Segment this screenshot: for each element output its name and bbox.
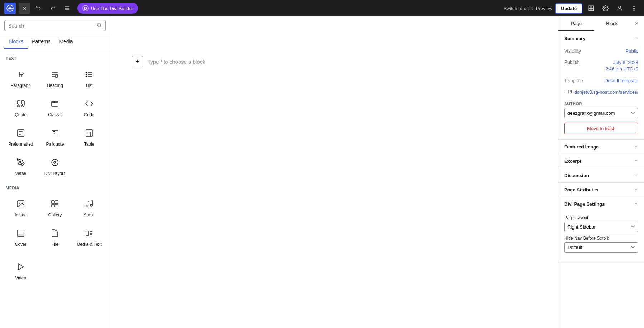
page-attributes-header[interactable]: Page Attributes [558, 183, 644, 197]
divi-settings-header[interactable]: Divi Page Settings [558, 197, 644, 211]
tab-media[interactable]: Media [55, 35, 77, 49]
view-button[interactable] [585, 3, 597, 14]
svg-rect-8 [591, 9, 594, 11]
block-heading[interactable]: Heading [39, 64, 72, 92]
paragraph-label: Paragraph [11, 83, 31, 88]
preformatted-icon [16, 129, 25, 139]
block-gallery[interactable]: Gallery [39, 194, 72, 221]
move-to-trash-button[interactable]: Move to trash [564, 123, 638, 134]
discussion-header[interactable]: Discussion [558, 168, 644, 182]
template-value[interactable]: Default template [604, 78, 638, 83]
block-pullquote[interactable]: Pullquote [39, 123, 72, 151]
pullquote-icon [50, 129, 59, 139]
block-verse[interactable]: Verse [4, 152, 37, 180]
audio-label: Audio [84, 212, 95, 217]
block-file[interactable]: File [39, 223, 72, 251]
summary-panel-header[interactable]: Summary [558, 31, 644, 45]
block-list[interactable]: List [73, 64, 106, 92]
tab-patterns[interactable]: Patterns [28, 35, 55, 49]
placeholder-text: Type / to choose a block [147, 59, 205, 65]
close-sidebar-icon [634, 21, 639, 27]
svg-point-11 [634, 6, 634, 7]
svg-rect-7 [589, 9, 591, 11]
svg-rect-46 [52, 204, 54, 207]
url-row: URL donjetv3.sg-host.com/services/ [564, 86, 638, 98]
classic-icon [50, 99, 59, 109]
quote-icon [16, 99, 25, 109]
tab-block[interactable]: Block [594, 16, 630, 31]
featured-image-title: Featured image [564, 144, 599, 150]
divi-builder-button[interactable]: D Use The Divi Builder [77, 3, 138, 14]
tab-page[interactable]: Page [558, 16, 594, 31]
tab-blocks[interactable]: Blocks [4, 35, 28, 49]
close-editor-button[interactable]: ✕ [19, 3, 30, 14]
visibility-row: Visibility Public [564, 45, 638, 57]
file-label: File [52, 242, 58, 247]
discussion-title: Discussion [564, 173, 589, 178]
svg-rect-44 [52, 201, 54, 204]
user-button[interactable] [614, 3, 625, 14]
block-placeholder-row: + Type / to choose a block [132, 53, 537, 70]
right-sidebar-close-button[interactable] [630, 17, 644, 31]
add-block-button[interactable]: + [132, 56, 143, 67]
block-preformatted[interactable]: Preformatted [4, 123, 37, 151]
featured-image-chevron-icon [634, 144, 638, 150]
summary-panel: Summary Visibility Public Publish July 6… [558, 31, 644, 140]
svg-rect-34 [86, 130, 92, 136]
page-attributes-panel: Page Attributes [558, 183, 644, 197]
svg-point-48 [86, 205, 88, 207]
block-audio[interactable]: Audio [73, 194, 106, 221]
tools-button[interactable] [62, 3, 73, 14]
divi-builder-label: Use The Divi Builder [91, 6, 133, 11]
svg-point-12 [634, 8, 634, 9]
block-classic[interactable]: Classic [39, 93, 72, 121]
url-value[interactable]: donjetv3.sg-host.com/services/ [575, 89, 638, 96]
pullquote-label: Pullquote [46, 142, 64, 147]
gallery-label: Gallery [48, 212, 62, 217]
visibility-label: Visibility [564, 48, 581, 54]
audio-icon [85, 200, 93, 210]
publish-date: July 6, 2023 [613, 60, 638, 65]
hide-nav-select[interactable]: Default [564, 242, 638, 253]
summary-body: Visibility Public Publish July 6, 2023 2… [558, 45, 644, 139]
featured-image-header[interactable]: Featured image [558, 140, 644, 154]
update-button[interactable]: Update [555, 3, 582, 14]
redo-button[interactable] [47, 3, 59, 14]
svg-rect-5 [589, 6, 591, 8]
preview-button[interactable]: Preview [536, 6, 552, 11]
excerpt-header[interactable]: Excerpt [558, 154, 644, 168]
block-divi-layout[interactable]: Divi Layout [39, 152, 72, 180]
switch-draft-button[interactable]: Switch to draft [503, 6, 533, 11]
settings-button[interactable] [600, 3, 611, 14]
cover-icon [16, 229, 25, 239]
page-title-input[interactable]: Services [132, 31, 537, 46]
verse-icon [16, 158, 25, 168]
svg-point-49 [90, 204, 92, 206]
author-select[interactable]: deezgrafix@gmail.com [564, 108, 638, 118]
publish-value[interactable]: July 6, 2023 2:46 pm UTC+0 [605, 59, 638, 72]
search-input[interactable] [8, 23, 94, 29]
block-quote[interactable]: Quote [4, 93, 37, 121]
block-media-text[interactable]: Media & Text [73, 223, 106, 251]
svg-point-13 [634, 10, 634, 10]
undo-button[interactable] [33, 3, 44, 14]
image-label: Image [15, 212, 26, 217]
visibility-value[interactable]: Public [626, 48, 638, 54]
gallery-icon [50, 200, 59, 210]
divi-settings-panel: Divi Page Settings Page Layout: Right Si… [558, 197, 644, 261]
verse-label: Verse [15, 171, 26, 176]
block-paragraph[interactable]: Paragraph [4, 64, 37, 92]
svg-rect-6 [591, 6, 594, 8]
block-table[interactable]: Table [73, 123, 106, 151]
video-icon [16, 263, 25, 273]
svg-point-21 [86, 72, 87, 73]
summary-chevron-icon [634, 36, 638, 41]
block-cover[interactable]: Cover [4, 223, 37, 251]
block-video[interactable]: Video [4, 256, 37, 284]
block-image[interactable]: Image [4, 194, 37, 221]
code-icon [85, 99, 93, 109]
more-options-button[interactable] [628, 3, 640, 14]
block-code[interactable]: Code [73, 93, 106, 121]
code-label: Code [84, 112, 94, 117]
page-layout-select[interactable]: Right Sidebar [564, 222, 638, 232]
